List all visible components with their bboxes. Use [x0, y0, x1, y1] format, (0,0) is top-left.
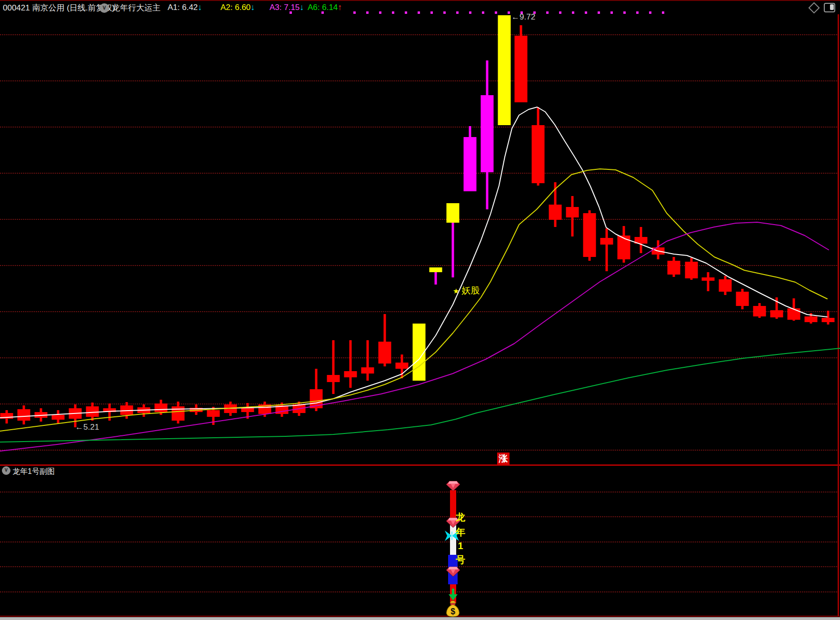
- candlestick: [207, 407, 220, 425]
- candle-body: [396, 363, 409, 369]
- indicator-value-a3: A3: 7.15↓: [270, 2, 304, 12]
- gem-icon: [446, 566, 460, 577]
- candle-wick: [452, 203, 454, 277]
- candle-wick: [503, 15, 506, 125]
- candle-wick: [707, 272, 710, 291]
- candle-wick: [827, 311, 830, 325]
- candle-body: [652, 247, 665, 255]
- candlestick: [430, 267, 442, 285]
- split-window-icon[interactable]: [824, 3, 835, 12]
- gridline: [0, 591, 837, 592]
- candle-wick: [589, 210, 591, 261]
- candle-wick: [571, 196, 574, 236]
- candlestick: [702, 272, 715, 291]
- candle-body: [618, 236, 630, 259]
- candle-body: [18, 409, 30, 421]
- gridline: [0, 541, 837, 542]
- candlestick: [361, 340, 374, 381]
- symbol-title: 000421 南京公用 (日线.前复权): [3, 2, 115, 13]
- candlestick: [138, 404, 150, 417]
- candle-body: [736, 292, 749, 306]
- chevron-down-circle-icon[interactable]: ∨: [2, 466, 10, 475]
- dollar-glyph: $: [450, 607, 455, 616]
- candlestick: [103, 403, 116, 421]
- candlestick: [52, 410, 65, 423]
- demon-stock-label: 妖股: [461, 285, 480, 295]
- candle-body: [379, 342, 391, 364]
- indicator-value-a1: A1: 6.42↓: [168, 2, 202, 12]
- chart-right-border: [838, 14, 839, 617]
- candle-wick: [350, 340, 352, 388]
- candle-wick: [247, 403, 249, 419]
- candle-body: [52, 415, 65, 420]
- candlestick: [566, 196, 579, 236]
- candle-body: [788, 308, 800, 320]
- candlestick: [327, 340, 340, 394]
- candle-wick: [673, 257, 675, 277]
- candle-body: [805, 316, 818, 322]
- candle-wick: [384, 314, 386, 366]
- taskbar-edge: [0, 617, 840, 620]
- candle-wick: [657, 240, 660, 259]
- gridline: [0, 403, 837, 404]
- candle-body: [668, 261, 680, 275]
- candle-wick: [23, 405, 25, 424]
- candlestick: [120, 402, 133, 419]
- candlestick: [155, 400, 168, 415]
- diamond-icon[interactable]: [808, 2, 820, 13]
- main-chart-canvas[interactable]: [0, 0, 840, 620]
- candlestick: [532, 107, 545, 186]
- candle-body: [155, 403, 168, 412]
- candlestick: [770, 297, 783, 319]
- candle-wick: [537, 107, 540, 186]
- candlestick: [447, 203, 460, 277]
- gridline: [0, 566, 837, 567]
- candle-body: [719, 279, 732, 292]
- candle-wick: [109, 403, 111, 421]
- down-arrow-glyph: ↓: [198, 2, 202, 12]
- gridline: [0, 311, 837, 312]
- candle-body: [566, 207, 579, 217]
- candle-wick: [724, 276, 727, 295]
- gridline: [0, 450, 837, 451]
- ma-magenta-line: [0, 222, 829, 451]
- candle-body: [0, 413, 13, 419]
- candle-body: [361, 367, 374, 374]
- candle-wick: [367, 340, 369, 381]
- candle-wick: [690, 258, 693, 280]
- window-corner-icons: [810, 3, 835, 12]
- candle-wick: [126, 402, 128, 419]
- candle-wick: [640, 227, 642, 253]
- window-top-border: [0, 0, 840, 1]
- ma-green-line: [0, 348, 840, 442]
- candle-body: [464, 137, 477, 191]
- ma-yellow-line: [0, 169, 827, 431]
- down-arrow-glyph: ↓: [300, 2, 304, 12]
- chevron-down-circle-icon[interactable]: ∨: [100, 3, 109, 13]
- candle-body: [413, 324, 426, 381]
- candle-wick: [315, 369, 318, 411]
- candle-body: [822, 318, 835, 322]
- candlestick: [635, 227, 648, 253]
- gridline: [0, 127, 837, 128]
- candle-wick: [759, 303, 761, 318]
- candle-body: [241, 407, 254, 412]
- title-bar: 000421 南京公用 (日线.前复权) ∨ 龙年行大运主 A1: 6.42↓ …: [0, 1, 840, 14]
- candlestick: [652, 240, 665, 259]
- candlestick: [736, 289, 749, 309]
- candle-wick: [418, 324, 420, 381]
- down-arrow-icon: [448, 589, 459, 601]
- candle-body: [635, 237, 648, 244]
- candlestick: [190, 404, 203, 415]
- candle-body: [138, 407, 150, 413]
- candle-body: [549, 205, 562, 220]
- candlestick: [18, 405, 30, 424]
- candlestick: [344, 340, 357, 388]
- candle-body: [344, 371, 357, 377]
- candlestick: [310, 369, 323, 411]
- candle-body: [207, 410, 220, 417]
- candlestick: [276, 403, 289, 417]
- candle-wick: [623, 226, 625, 263]
- candle-wick: [281, 403, 283, 417]
- candlestick: [481, 60, 494, 209]
